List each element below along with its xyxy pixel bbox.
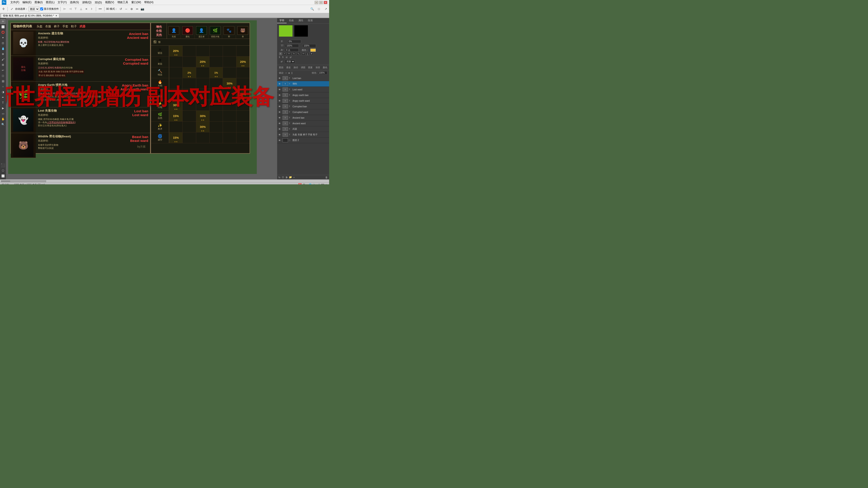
menu-plugins[interactable]: 增效工具 [117,0,128,4]
font-size2-input[interactable] [303,44,316,47]
bold-btn[interactable]: T [279,52,282,55]
layer-eye-2[interactable]: 👁 [278,88,282,91]
align-bottom[interactable]: ⊦ [89,6,94,11]
italic-btn[interactable]: T [283,52,286,55]
layer-row-4[interactable]: 👁 T T Angry earth ward [277,98,329,104]
layer-eye-9[interactable]: 👁 [278,128,282,130]
sub-btn[interactable]: T₁ [297,52,301,55]
dodge-icon[interactable]: ◑ [0,90,5,94]
text-tool-icon[interactable]: T [0,100,5,105]
align-left[interactable]: ⊢ [62,6,67,11]
menu-window[interactable]: 窗口(W) [131,0,141,4]
close-tab-btn[interactable]: ✕ [55,14,57,17]
menu-3d[interactable]: 3D(D) [95,1,102,4]
brush-icon[interactable]: 🖌 [0,57,5,62]
layer-row-11[interactable]: 👁 □ 图层 2 [277,138,329,143]
3d-pan[interactable]: ⇔ [134,6,140,11]
opacity-input[interactable] [287,40,301,43]
document-tab[interactable]: 怪物 相克 增伤.psd @ 82.6% (增伤, RGB/8#) * ✕ [1,13,59,18]
layer-row-10[interactable]: 👁 T T 头盔 衣服 裤子 手套 鞋子 [277,132,329,138]
layer-row-9[interactable]: 👁 T T 武器 [277,126,329,132]
tr-btn[interactable]: Tr [292,52,296,55]
align-center-h[interactable]: ⊣ [68,6,72,11]
layer-row-7[interactable]: 👁 T T Ancient ban [277,115,329,121]
layer-eye-3[interactable]: 👁 [278,94,282,96]
crop-icon[interactable]: ⊡ [0,41,5,46]
spacing-input[interactable] [285,48,299,52]
hand-icon[interactable]: ✋ [0,117,5,122]
history-brush-icon[interactable]: ↩ [0,68,5,73]
layer-row-0[interactable]: 👁 T T Lost ban [277,75,329,81]
layer-eye-4[interactable]: 👁 [278,100,282,102]
menu-layer[interactable]: 图层(L) [46,0,55,4]
align-right[interactable]: ⊤ [73,6,78,11]
menu-image[interactable]: 图像(I) [35,0,42,4]
layer-eye-11[interactable]: 👁 [278,139,282,142]
more-options[interactable]: ••• [98,6,103,11]
color-swatch-green[interactable] [279,25,292,37]
3d-rotate[interactable]: ↺ [118,6,123,11]
menu-text[interactable]: 文字(Y) [58,0,67,4]
fx-btn[interactable]: fx [278,176,281,179]
layer-eye-7[interactable]: 👁 [278,117,282,119]
3d-move[interactable]: ↔ [124,6,129,11]
gradient-icon[interactable]: ▤ [0,78,5,84]
lang-select[interactable]: 浑厚 [285,60,295,64]
tab-paragraph[interactable]: 段落 [306,18,315,23]
font-size-input[interactable] [285,44,299,47]
tab-swatches[interactable]: 色板 [287,18,296,23]
layer-eye-6[interactable]: 👁 [278,111,282,113]
group-btn[interactable]: 📁 [289,176,292,179]
close-btn[interactable]: ✕ [324,1,327,4]
eyedropper-icon[interactable]: 💧 [0,46,5,51]
delete-layer-btn[interactable]: 🗑 [325,176,328,179]
color-picker[interactable] [310,48,316,52]
select-rect-icon[interactable]: ⬜ [0,24,5,29]
pen-icon[interactable]: ✒ [0,95,5,100]
quick-mask-icon[interactable]: ⬡ [0,168,5,173]
zoom-tool-icon[interactable]: 🔍 [0,122,5,127]
move-tool-icon[interactable]: ✢ [0,19,5,24]
menu-select[interactable]: 选择(S) [70,0,79,4]
path-select-icon[interactable]: ▶ [0,106,5,111]
search-icon[interactable]: 🔍 [310,6,315,11]
scroll-track[interactable] [1,180,46,182]
transform-tool[interactable]: ⤢ [9,6,14,11]
layer-eye-1[interactable]: 👁 [278,83,282,85]
mask-btn[interactable]: ⊡ [282,176,284,179]
tab-properties[interactable]: 属性 [296,18,306,23]
align-top[interactable]: ⊥ [79,6,84,11]
minimize-btn[interactable]: ─ [315,1,318,4]
layer-row-5[interactable]: 👁 T T Corrupted ban [277,104,329,109]
layer-row-2[interactable]: 👁 T T Lost ward [277,87,329,92]
layer-row-1[interactable]: 👁 T T 增伤 [277,81,329,87]
fg-bg-colors[interactable]: ⬛ [0,163,5,168]
show-transform-checkbox[interactable] [40,7,43,10]
layer-eye-8[interactable]: 👁 [278,122,282,125]
layer-select[interactable]: 图层 [29,7,39,11]
menu-help[interactable]: 帮助(H) [144,0,153,4]
eraser-icon[interactable]: ◻ [0,73,5,78]
fill-input[interactable] [318,71,327,74]
sup-btn[interactable]: T² [302,52,305,55]
layer-eye-0[interactable]: 👁 [278,77,282,79]
workspace-icon[interactable]: □ [316,6,321,11]
3d-scale[interactable]: ⊕ [129,6,134,11]
canvas-area[interactable]: 怪物种类列表 头盔 衣服 裤子 手套 鞋子 武器 💀 [6,18,277,180]
heal-brush-icon[interactable]: ⊕ [0,52,5,57]
tab-character[interactable]: 字符 [277,18,287,23]
layer-row-6[interactable]: 👁 T T Corrupted ward [277,109,329,115]
align-middle[interactable]: ≡ [84,6,89,11]
strike-btn[interactable]: T [310,52,313,55]
clone-stamp-icon[interactable]: ⊞ [0,62,5,67]
menu-file[interactable]: 文件(F) [10,0,19,4]
layer-eye-5[interactable]: 👁 [278,105,282,108]
new-layer-btn[interactable]: + [293,176,295,179]
menu-filter[interactable]: 滤镜(Q) [82,0,91,4]
maximize-btn[interactable]: □ [319,1,323,4]
layer-row-8[interactable]: 👁 T T Ancient ward [277,121,329,126]
scroll-thumb[interactable] [1,181,10,182]
shape-icon[interactable]: ▭ [0,111,5,116]
scroll-bar-h[interactable] [0,180,329,183]
screen-mode-icon[interactable]: ⬜ [0,173,5,178]
